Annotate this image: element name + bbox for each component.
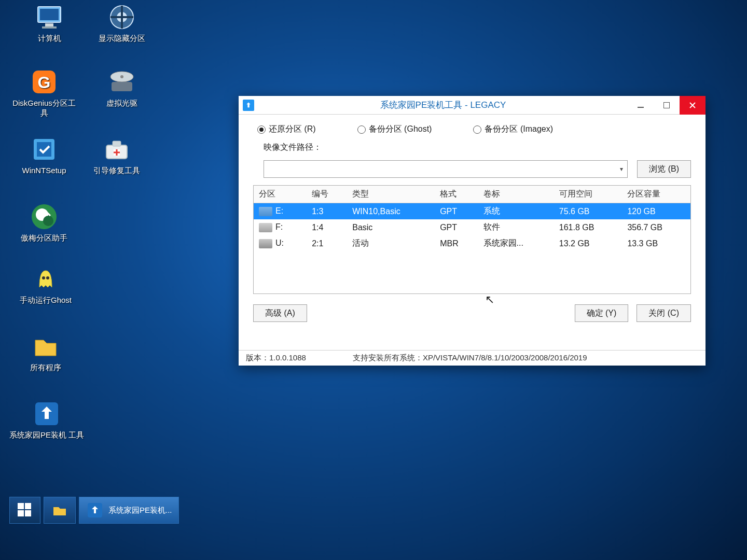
table-cell: U: (254, 235, 307, 251)
desktop-icon-label: 虚拟光驱 (106, 99, 137, 108)
partition-table[interactable]: 分区编号类型格式卷标可用空间分区容量 E:1:3WIN10,BasicGPT系统… (253, 185, 691, 294)
table-cell: 系统 (478, 203, 554, 220)
desktop-icon-boot-repair[interactable]: 引导修复工具 (83, 135, 150, 176)
svg-rect-27 (25, 510, 31, 516)
svg-rect-30 (663, 102, 670, 108)
radio-label: 还原分区 (R) (269, 124, 316, 135)
table-cell: 356.7 GB (622, 219, 690, 235)
table-header[interactable]: 分区 (254, 186, 307, 203)
desktop-icon-winntsetup[interactable]: WinNTSetup (10, 135, 78, 175)
table-header[interactable]: 类型 (347, 186, 435, 203)
radio-dot-icon (257, 125, 266, 134)
drive-icon (259, 207, 272, 216)
table-cell: 软件 (478, 219, 554, 235)
radio-label: 备份分区 (Imagex) (485, 124, 553, 135)
table-header[interactable]: 可用空间 (554, 186, 622, 203)
table-cell: 活动 (347, 235, 435, 251)
maximize-icon (663, 102, 670, 108)
close-icon (689, 102, 696, 109)
svg-rect-24 (18, 503, 24, 509)
desktop-icon-all-programs[interactable]: 所有程序 (12, 332, 79, 373)
maximize-button[interactable] (654, 96, 680, 115)
desktop-icon-computer[interactable]: 计算机 (16, 3, 83, 44)
close-dialog-button[interactable]: 关闭 (C) (637, 304, 691, 322)
desktop-icon-label: 手动运行Ghost (20, 296, 72, 305)
partition-icon (107, 3, 136, 32)
pe-tool-window: ⬆ 系统家园PE装机工具 - LEGACY 还原分区 (R) 备份分区 (Gho… (239, 96, 706, 366)
svg-rect-3 (42, 26, 57, 29)
pe-tool-icon (32, 399, 61, 428)
desktop-icon-label: WinNTSetup (22, 166, 66, 175)
minimize-button[interactable] (628, 96, 654, 115)
svg-rect-29 (638, 107, 644, 108)
windows-icon (18, 503, 32, 517)
radio-dot-icon (357, 125, 366, 134)
mode-radio-group: 还原分区 (R) 备份分区 (Ghost) 备份分区 (Imagex) (253, 124, 691, 135)
svg-rect-14 (37, 142, 51, 157)
desktop-icon-virtual-cd[interactable]: 虚拟光驱 (88, 67, 156, 108)
folder-icon (50, 501, 69, 520)
browse-button[interactable]: 浏览 (B) (637, 160, 691, 178)
table-header[interactable]: 编号 (307, 186, 347, 203)
setup-icon (30, 135, 59, 164)
desktop-icon-diskgenius[interactable]: G DiskGenius分区工具 (10, 67, 78, 118)
table-cell: Basic (347, 219, 435, 235)
radio-backup-imagex[interactable]: 备份分区 (Imagex) (473, 124, 553, 135)
table-header[interactable]: 格式 (435, 186, 478, 203)
version-label: 版本：1.0.0.1088 (246, 353, 306, 363)
support-label: 支持安装所有系统：XP/VISTA/WIN7/8/8.1/10/2003/200… (353, 353, 698, 363)
table-header[interactable]: 卷标 (478, 186, 554, 203)
computer-icon (35, 3, 64, 32)
desktop-icon-pe-tool[interactable]: 系统家园PE装机 工具 (8, 399, 86, 440)
radio-restore[interactable]: 还原分区 (R) (257, 124, 316, 135)
desktop-icon-label: 傲梅分区助手 (21, 233, 67, 243)
svg-point-21 (42, 276, 45, 279)
table-cell: 1:3 (307, 203, 347, 220)
table-row[interactable]: U:2:1活动MBR系统家园...13.2 GB13.3 GB (254, 235, 690, 251)
table-cell: 系统家园... (478, 235, 554, 251)
table-cell: WIN10,Basic (347, 203, 435, 220)
titlebar[interactable]: ⬆ 系统家园PE装机工具 - LEGACY (239, 96, 706, 115)
drive-icon (259, 239, 272, 248)
button-label: 确定 (Y) (587, 308, 617, 319)
taskbar-item-label: 系统家园PE装机... (108, 506, 172, 515)
ok-button[interactable]: 确定 (Y) (575, 304, 629, 322)
folder-icon (31, 332, 60, 361)
table-cell: F: (254, 219, 307, 235)
desktop-icon-ghost[interactable]: 手动运行Ghost (12, 264, 79, 305)
svg-rect-7 (110, 16, 133, 18)
taskbar-item-pe-tool[interactable]: 系统家园PE装机... (79, 497, 179, 524)
ghost-icon (31, 264, 60, 293)
table-header[interactable]: 分区容量 (622, 186, 690, 203)
start-button[interactable] (9, 497, 40, 524)
desktop-icon-label: 所有程序 (30, 363, 61, 373)
chevron-down-icon: ▾ (620, 165, 623, 173)
table-cell: GPT (435, 203, 478, 220)
desktop-icon-show-hidden[interactable]: 显示隐藏分区 (88, 3, 156, 44)
taskbar: 系统家园PE装机... (9, 497, 179, 524)
radio-label: 备份分区 (Ghost) (369, 124, 432, 135)
statusbar: 版本：1.0.0.1088 支持安装所有系统：XP/VISTA/WIN7/8/8… (239, 350, 706, 366)
desktop-icon-label: DiskGenius分区工具 (10, 99, 78, 118)
desktop-icon-aomei[interactable]: 傲梅分区助手 (10, 202, 78, 243)
image-path-dropdown[interactable]: ▾ (264, 160, 628, 178)
svg-rect-1 (40, 9, 59, 20)
close-button[interactable] (680, 96, 706, 115)
aomei-icon (30, 202, 59, 231)
taskbar-item-explorer[interactable] (44, 497, 76, 524)
advanced-button[interactable]: 高级 (A) (253, 304, 307, 322)
table-row[interactable]: E:1:3WIN10,BasicGPT系统75.6 GB120 GB (254, 203, 690, 220)
svg-point-11 (120, 75, 123, 78)
table-cell: 13.3 GB (622, 235, 690, 251)
button-label: 高级 (A) (265, 308, 295, 319)
table-cell: 161.8 GB (554, 219, 622, 235)
svg-point-20 (43, 216, 53, 226)
table-cell: 2:1 (307, 235, 347, 251)
minimize-icon (638, 102, 644, 108)
diskgenius-icon: G (30, 67, 59, 96)
table-row[interactable]: F:1:4BasicGPT软件161.8 GB356.7 GB (254, 219, 690, 235)
table-cell: GPT (435, 219, 478, 235)
radio-backup-ghost[interactable]: 备份分区 (Ghost) (357, 124, 432, 135)
svg-text:G: G (38, 73, 51, 92)
svg-point-22 (46, 276, 49, 279)
